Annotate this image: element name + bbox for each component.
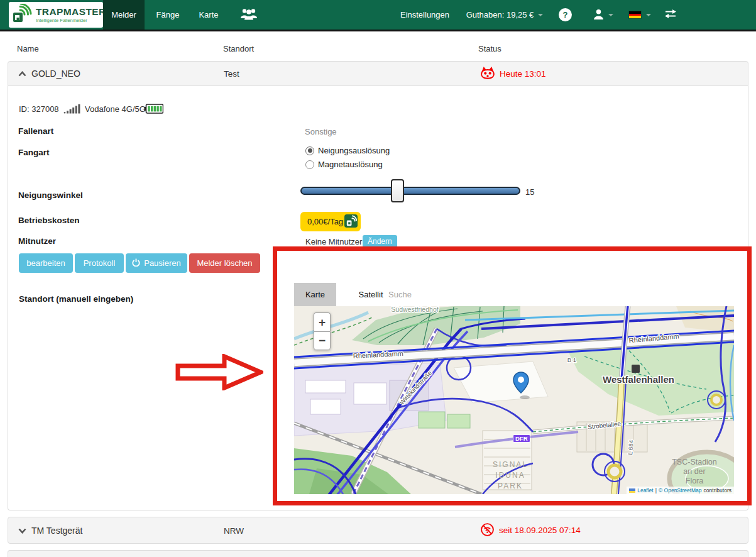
- map-label-tsc-2: an der: [683, 467, 705, 476]
- brand-logo[interactable]: TRAPMASTER Intelligente Fallenmelder: [9, 2, 103, 28]
- battery-full-icon: [144, 104, 163, 116]
- radio-label: Neigungsauslösung: [318, 146, 390, 155]
- language-menu[interactable]: [626, 0, 654, 30]
- nav-item-einstellungen[interactable]: Einstellungen: [400, 0, 450, 30]
- map-label-b1: B 1: [567, 356, 576, 363]
- osm-link[interactable]: © OpenStreetMap: [659, 487, 702, 494]
- help-button[interactable]: ?: [559, 8, 572, 21]
- radio-unselected-icon[interactable]: [305, 160, 314, 169]
- chevron-down-icon: [538, 14, 543, 16]
- map-label-l684: L 684: [627, 440, 635, 455]
- nav-item-users[interactable]: [231, 0, 266, 30]
- brand-subtitle: Intelligente Fallenmelder: [36, 18, 106, 23]
- melder-loeschen-button[interactable]: Melder löschen: [189, 253, 260, 273]
- raccoon-alarm-icon: [480, 66, 495, 81]
- cost-value: 0,00€/Tag: [307, 217, 343, 226]
- map-tab-suche[interactable]: Suche: [383, 283, 417, 306]
- user-icon: [593, 9, 604, 21]
- power-icon: [132, 258, 140, 268]
- device-location: Test: [224, 69, 239, 79]
- fangart-label: Fangart: [18, 148, 50, 157]
- map-label-tsc-3: Flora: [686, 477, 704, 485]
- trapmaster-app: TRAPMASTER Intelligente Fallenmelder Mel…: [0, 0, 756, 557]
- balance-dropdown[interactable]: Guthaben: 19,25 €: [464, 0, 545, 30]
- map-tab-karte[interactable]: Karte: [294, 283, 336, 306]
- map-marker-pin[interactable]: [513, 372, 532, 403]
- no-signal-icon: [480, 522, 495, 539]
- fallenart-label: Fallenart: [18, 126, 53, 136]
- red-annotation-arrow: [175, 354, 263, 393]
- aendern-button[interactable]: Ändern: [363, 235, 397, 248]
- betriebskosten-label: Betriebskosten: [18, 216, 80, 225]
- network-name: Vodafone 4G/5G: [85, 104, 146, 114]
- navbar: TRAPMASTER Intelligente Fallenmelder Mel…: [0, 0, 756, 31]
- device-location: NRW: [224, 526, 244, 535]
- switch-account-button[interactable]: [661, 0, 680, 30]
- device-row-partial[interactable]: [8, 550, 748, 557]
- device-row-tm-testgeraet[interactable]: TM Testgerät NRW seit 18.09.2025 07:14: [8, 517, 748, 544]
- map-label-signal: SIGNAL: [493, 460, 528, 469]
- fallenart-value: Sonstige: [305, 127, 337, 136]
- device-row-gold-neo[interactable]: GOLD_NEO Test Heute 13:01: [8, 61, 748, 86]
- map-label-suedwestfriedhof: Südwestfriedhof: [391, 306, 438, 313]
- radio-label: Magnetauslösung: [318, 160, 383, 169]
- station-icon: [632, 365, 640, 373]
- tilt-slider-value: 15: [525, 187, 534, 197]
- chevron-down-icon: [18, 526, 26, 536]
- map-label-iduna: IDUNA: [495, 471, 525, 480]
- pausieren-button[interactable]: Pausieren: [126, 253, 187, 273]
- trapmaster-logo-icon: [13, 4, 33, 26]
- device-detail-panel: ID: 327008 Vodafone 4G/5G: [8, 86, 748, 510]
- attribution-separator: |: [655, 487, 657, 494]
- map-label-westfalenhallen: Westfalenhallen: [603, 374, 674, 385]
- radio-neigungsausloesung[interactable]: Neigungsauslösung: [305, 146, 390, 155]
- zoom-in-button[interactable]: +: [314, 312, 331, 331]
- chevron-down-icon: [646, 14, 651, 16]
- nav-item-faenge[interactable]: Fänge: [150, 0, 186, 30]
- map-label-tsc-1: TSC-Stadion: [672, 458, 717, 466]
- map-label-park: PARK: [498, 482, 523, 490]
- radio-magnetausloesung[interactable]: Magnetauslösung: [305, 160, 383, 169]
- neigungswinkel-label: Neigungswinkel: [18, 190, 83, 200]
- zoom-out-button[interactable]: −: [314, 331, 331, 350]
- device-id: ID: 327008: [19, 104, 59, 114]
- map-zoom-control: + −: [314, 312, 331, 350]
- ukraine-flag-icon: [629, 488, 635, 493]
- betriebskosten-badge[interactable]: 0,00€/Tag: [300, 212, 361, 231]
- brand-title: TRAPMASTER: [36, 6, 106, 17]
- dfr-road-badge: DFR: [513, 434, 530, 443]
- german-flag-icon: [628, 11, 642, 19]
- chevron-down-icon: [608, 14, 613, 16]
- attribution-suffix: contributors: [704, 487, 731, 494]
- standort-manuell-label: Standort (manuell eingeben): [19, 294, 133, 304]
- trapmaster-mini-logo-icon: [344, 214, 358, 229]
- swap-arrows-icon: [664, 9, 677, 21]
- map-attribution: Leaflet | © OpenStreetMap contributors: [627, 487, 734, 494]
- tilt-slider-track[interactable]: [300, 187, 520, 195]
- pause-label: Pausieren: [144, 258, 181, 268]
- column-header-name: Name: [17, 44, 39, 53]
- device-name: TM Testgerät: [31, 526, 82, 536]
- nav-item-karte[interactable]: Karte: [191, 0, 226, 30]
- device-name: GOLD_NEO: [31, 69, 80, 79]
- mitnutzer-label: Mitnutzer: [18, 236, 56, 246]
- column-header-status: Status: [478, 44, 501, 53]
- status-text: Heute 13:01: [500, 69, 546, 79]
- balance-label: Guthaben: 19,25 €: [466, 10, 534, 19]
- map-canvas[interactable]: Südwestfriedhof Rheinlanddamm Rheinlandd…: [294, 306, 734, 494]
- signal-strength-icon: [63, 104, 81, 116]
- user-menu[interactable]: [592, 0, 615, 30]
- protokoll-button[interactable]: Protokoll: [75, 253, 124, 273]
- mitnutzer-value: Keine Mitnutzer: [305, 237, 362, 246]
- nav-item-melder[interactable]: Melder: [103, 0, 145, 30]
- chevron-up-icon: [18, 69, 26, 79]
- leaflet-link[interactable]: Leaflet: [637, 487, 654, 494]
- tilt-slider-handle[interactable]: [391, 179, 404, 202]
- status-text: seit 18.09.2025 07:14: [499, 526, 581, 535]
- users-group-icon: [239, 8, 258, 22]
- radio-selected-icon[interactable]: [305, 146, 314, 155]
- bearbeiten-button[interactable]: bearbeiten: [19, 253, 73, 273]
- column-header-standort: Standort: [223, 44, 254, 53]
